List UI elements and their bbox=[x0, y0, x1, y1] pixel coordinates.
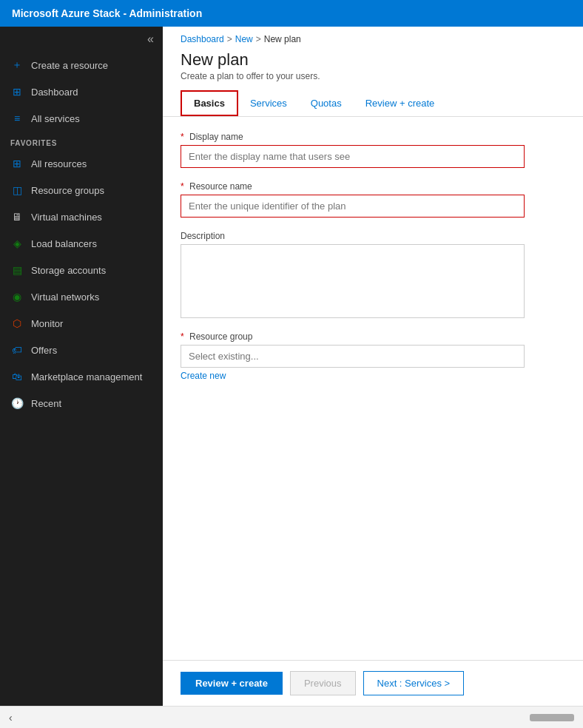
sidebar-item-dashboard[interactable]: ⊞ Dashboard bbox=[0, 78, 163, 105]
form-area: * Display name * Resource name Descripti… bbox=[163, 117, 583, 660]
breadcrumb-sep-1: > bbox=[227, 34, 232, 44]
dashboard-icon: ⊞ bbox=[10, 85, 24, 98]
resource-name-label: * Resource name bbox=[181, 181, 565, 192]
offers-icon: 🏷 bbox=[10, 343, 24, 357]
sidebar-item-monitor[interactable]: ⬡ Monitor bbox=[0, 310, 163, 337]
resource-name-field: * Resource name bbox=[181, 181, 565, 218]
page-title: New plan bbox=[181, 50, 565, 70]
plus-icon: ＋ bbox=[10, 58, 24, 72]
display-name-field: * Display name bbox=[181, 132, 565, 168]
title-bar: Microsoft Azure Stack - Administration bbox=[0, 0, 583, 27]
description-input[interactable] bbox=[181, 244, 525, 318]
required-star-resource: * bbox=[181, 181, 184, 192]
resource-name-input[interactable] bbox=[181, 195, 525, 218]
breadcrumb-current: New plan bbox=[264, 34, 301, 44]
sidebar-collapse-button[interactable]: « bbox=[0, 27, 163, 52]
sidebar-item-virtual-machines[interactable]: 🖥 Virtual machines bbox=[0, 203, 163, 230]
resource-group-label: * Resource group bbox=[181, 331, 565, 342]
sidebar-item-recent[interactable]: 🕐 Recent bbox=[0, 390, 163, 417]
sidebar-item-all-services[interactable]: ≡ All services bbox=[0, 105, 163, 132]
review-create-button[interactable]: Review + create bbox=[181, 672, 283, 695]
footer: Review + create Previous Next : Services… bbox=[163, 660, 583, 706]
virtual-machines-icon: 🖥 bbox=[10, 210, 24, 223]
sidebar-item-offers[interactable]: 🏷 Offers bbox=[0, 337, 163, 363]
display-name-label: * Display name bbox=[181, 132, 565, 142]
load-balancers-icon: ◈ bbox=[10, 237, 24, 250]
recent-icon: 🕐 bbox=[10, 397, 24, 410]
bottom-chevron-icon[interactable]: ‹ bbox=[9, 712, 13, 724]
breadcrumb: Dashboard > New > New plan bbox=[163, 27, 583, 44]
sidebar: « ＋ Create a resource ⊞ Dashboard ≡ All … bbox=[0, 27, 163, 706]
all-resources-icon: ⊞ bbox=[10, 157, 24, 170]
sidebar-item-storage-accounts[interactable]: ▤ Storage accounts bbox=[0, 257, 163, 283]
tab-quotas[interactable]: Quotas bbox=[299, 92, 354, 115]
required-star-display: * bbox=[181, 132, 184, 142]
sidebar-item-virtual-networks[interactable]: ◉ Virtual networks bbox=[0, 283, 163, 310]
sidebar-item-marketplace-management[interactable]: 🛍 Marketplace management bbox=[0, 363, 163, 390]
create-new-link[interactable]: Create new bbox=[181, 371, 226, 381]
virtual-networks-icon: ◉ bbox=[10, 290, 24, 303]
previous-button: Previous bbox=[290, 671, 356, 695]
description-label: Description bbox=[181, 231, 565, 241]
bottom-bar: ‹ bbox=[0, 706, 583, 728]
favorites-header: FAVORITES bbox=[0, 132, 163, 150]
page-subtitle: Create a plan to offer to your users. bbox=[181, 71, 565, 81]
tab-bar: Basics Services Quotas Review + create bbox=[163, 90, 583, 117]
scroll-indicator bbox=[530, 714, 574, 721]
resource-group-field: * Resource group Create new bbox=[181, 331, 565, 381]
content-area: Dashboard > New > New plan New plan Crea… bbox=[163, 27, 583, 706]
tab-services[interactable]: Services bbox=[238, 92, 299, 115]
sidebar-item-load-balancers[interactable]: ◈ Load balancers bbox=[0, 230, 163, 257]
resource-groups-icon: ◫ bbox=[10, 183, 24, 197]
title-bar-label: Microsoft Azure Stack - Administration bbox=[12, 7, 202, 19]
sidebar-item-all-resources[interactable]: ⊞ All resources bbox=[0, 150, 163, 177]
resource-group-input[interactable] bbox=[181, 345, 525, 368]
required-star-rg: * bbox=[181, 331, 184, 342]
breadcrumb-new[interactable]: New bbox=[235, 34, 253, 44]
list-icon: ≡ bbox=[10, 112, 24, 125]
monitor-icon: ⬡ bbox=[10, 317, 24, 330]
sidebar-item-resource-groups[interactable]: ◫ Resource groups bbox=[0, 177, 163, 203]
description-field: Description bbox=[181, 231, 565, 318]
tab-basics[interactable]: Basics bbox=[181, 90, 238, 116]
tab-review-create[interactable]: Review + create bbox=[354, 92, 447, 115]
display-name-input[interactable] bbox=[181, 145, 525, 168]
page-header: New plan Create a plan to offer to your … bbox=[163, 44, 583, 90]
next-services-button[interactable]: Next : Services > bbox=[363, 671, 465, 695]
marketplace-icon: 🛍 bbox=[10, 370, 24, 383]
sidebar-item-create-resource[interactable]: ＋ Create a resource bbox=[0, 52, 163, 78]
breadcrumb-sep-2: > bbox=[256, 34, 261, 44]
storage-accounts-icon: ▤ bbox=[10, 263, 24, 277]
breadcrumb-dashboard[interactable]: Dashboard bbox=[181, 34, 224, 44]
